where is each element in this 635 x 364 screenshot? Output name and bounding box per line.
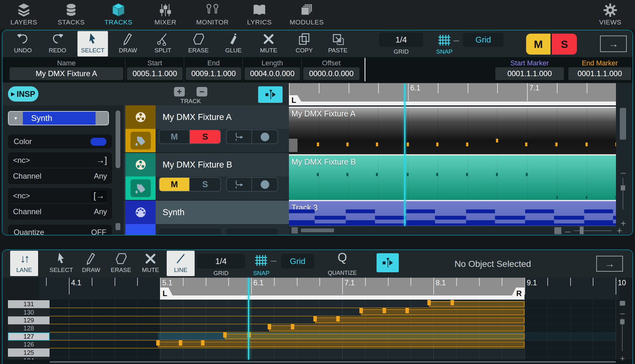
info-value-name[interactable]: My DMX Fixture A [10, 67, 123, 80]
tool-paste[interactable]: PASTE [323, 31, 353, 56]
tool-glue[interactable]: GLUE [218, 31, 249, 56]
track-row[interactable]: My DMX Fixture AMS [124, 105, 289, 152]
clip-dmx-b[interactable]: My DMX Fixture B [289, 156, 616, 200]
playhead[interactable] [404, 83, 405, 226]
dmx-event-dot[interactable] [496, 173, 498, 176]
lane-label-129[interactable]: 129 [8, 316, 50, 324]
midi-note[interactable] [346, 209, 375, 213]
nav-item-views[interactable]: VIEWS [586, 2, 634, 29]
inspector-row-Channel[interactable]: ChannelAny [8, 204, 112, 220]
v-zoom-slider[interactable] [623, 178, 623, 209]
dmx-event-dot[interactable] [317, 173, 319, 176]
dmx-event-dot[interactable] [555, 142, 558, 146]
editor-ruler[interactable]: 4.15.16.17.18.19.110LR [3, 278, 632, 300]
cc-value-bar[interactable] [225, 334, 525, 339]
editor-forward-button[interactable]: → [596, 256, 623, 272]
cc-value-handle[interactable] [359, 308, 363, 313]
inspector-scrollbar-end[interactable] [116, 223, 120, 230]
cc-value-handle[interactable] [268, 324, 271, 329]
nav-item-lyrics[interactable]: LYRICS [236, 2, 283, 29]
dmx-event-dot[interactable] [496, 139, 498, 142]
zoom-out-h[interactable]: – [565, 227, 571, 235]
cc-value-handle[interactable] [427, 300, 431, 305]
track-row[interactable]: My DMX Fixture BMS [124, 153, 289, 200]
dmx-event-dot[interactable] [436, 142, 438, 146]
editor-snap-grid-icon[interactable] [254, 253, 268, 267]
tool-erase[interactable]: ERASE [183, 31, 214, 56]
track-row[interactable]: Synth [124, 201, 289, 235]
start-marker-value[interactable]: 0001.1.1.000 [495, 67, 564, 80]
cc-value-handle[interactable] [179, 340, 182, 346]
editor-zoom-out-v[interactable]: – [620, 309, 625, 317]
lane-label-130[interactable]: 130 [8, 308, 50, 316]
dmx-fixture-icon[interactable] [130, 179, 151, 197]
h-scroll-piece[interactable] [291, 227, 298, 234]
tool-split[interactable]: SPLIT [148, 31, 178, 56]
record-enable-icon[interactable] [252, 130, 277, 143]
midi-note[interactable] [495, 216, 525, 220]
cc-value-handle[interactable] [223, 332, 227, 338]
v-zoom-handle[interactable] [621, 185, 625, 190]
track-type-dropdown[interactable]: ▼ Synth [8, 111, 109, 125]
tool-mute[interactable]: MUTE [253, 31, 284, 56]
midi-note[interactable] [375, 216, 406, 220]
h-zoom-handle[interactable] [580, 227, 584, 234]
editor-tool-draw[interactable]: DRAW [77, 251, 105, 276]
editor-tool-mute[interactable]: MUTE [137, 251, 164, 276]
dmx-event-dot[interactable] [376, 173, 378, 176]
zoom-square[interactable] [554, 227, 561, 234]
midi-note[interactable] [289, 209, 315, 213]
locator-range-strip[interactable] [160, 295, 525, 300]
nav-item-stacks[interactable]: STACKS [47, 2, 95, 29]
cc-value-bar[interactable] [315, 317, 525, 323]
dmx-event-dot[interactable] [525, 142, 527, 146]
clip-gain-handle[interactable] [289, 139, 297, 152]
tool-undo[interactable]: UNDO [8, 31, 38, 56]
cc-value-bar[interactable] [269, 325, 525, 331]
global-mute-button[interactable]: M [526, 34, 551, 55]
editor-v-zoom-handle[interactable] [620, 319, 625, 324]
editor-zoom-in-v[interactable]: + [620, 354, 625, 362]
dmx-event-dot[interactable] [407, 142, 409, 146]
cc-value-bar[interactable] [158, 341, 525, 347]
track-color-swatch[interactable] [90, 138, 106, 146]
editor-tool-line[interactable]: LINE [167, 251, 195, 276]
nav-item-tracks[interactable]: TRACKS [95, 2, 142, 29]
cc-value-bar[interactable] [429, 301, 525, 307]
dmx-event-dot[interactable] [586, 196, 587, 199]
dmx-event-dot[interactable] [615, 142, 616, 146]
info-value-offset[interactable]: 0000.0.0.000 [303, 67, 359, 80]
editor-tool-erase[interactable]: ERASE [107, 251, 135, 276]
dmx-event-dot[interactable] [376, 142, 378, 146]
quantize-row[interactable]: Quantize OFF [8, 225, 112, 235]
editor-v-scroll-handle[interactable] [620, 301, 625, 306]
editor-tool-lane[interactable]: ↓↑LANE [10, 251, 38, 276]
midi-note[interactable] [315, 216, 346, 220]
cc-value-handle[interactable] [156, 340, 160, 346]
track-mute-button[interactable]: M [159, 178, 190, 191]
route-record-group[interactable] [226, 228, 278, 235]
lane-label-128[interactable]: 128 [8, 324, 50, 332]
midi-note[interactable] [466, 209, 495, 213]
tool-copy[interactable]: COPY [289, 31, 319, 56]
auto-scroll-button[interactable] [258, 86, 283, 103]
clip-dmx-a[interactable]: My DMX Fixture A [289, 108, 616, 154]
dmx-event-dot[interactable] [585, 142, 588, 146]
inspector-toggle-button[interactable]: ▶INSP [8, 86, 38, 102]
midi-note[interactable] [613, 216, 616, 220]
dmx-event-dot[interactable] [615, 196, 616, 199]
info-value-start[interactable]: 0005.1.1.000 [127, 67, 183, 80]
freeze-route-icon[interactable] [227, 130, 252, 143]
dmx-event-dot[interactable] [346, 173, 348, 176]
editor-snap-mode-button[interactable]: Grid [281, 254, 314, 268]
midi-note[interactable] [554, 216, 584, 220]
track-solo-button[interactable]: S [190, 130, 220, 143]
midi-note[interactable] [584, 209, 613, 213]
cc-value-handle[interactable] [451, 300, 454, 305]
nav-item-monitor[interactable]: MONITOR [189, 2, 236, 29]
end-marker-value[interactable]: 0001.1.1.000 [568, 67, 631, 80]
v-scrollbar-handle[interactable] [620, 108, 626, 140]
add-track-button[interactable]: + [174, 87, 185, 96]
dmx-event-dot[interactable] [556, 196, 558, 199]
tool-redo[interactable]: REDO [42, 31, 73, 56]
